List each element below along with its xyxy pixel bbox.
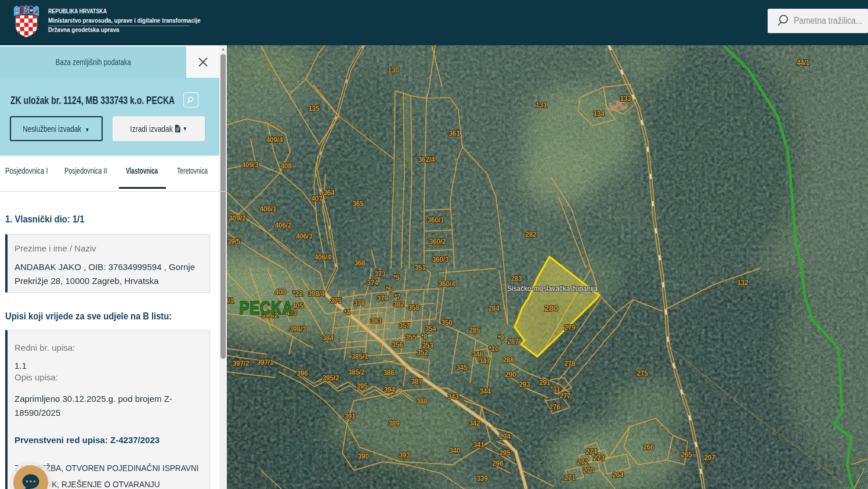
svg-text:39/5: 39/5 [227, 238, 241, 246]
svg-text:385/1: 385/1 [352, 353, 368, 361]
svg-text:342: 342 [469, 419, 480, 427]
svg-text:406/4: 406/4 [314, 253, 331, 261]
svg-text:277: 277 [559, 392, 571, 400]
svg-text:374: 374 [367, 279, 378, 287]
svg-text:264: 264 [612, 471, 624, 479]
svg-text:360/2: 360/2 [429, 238, 446, 246]
svg-text:365: 365 [352, 200, 364, 208]
svg-text:354: 354 [425, 325, 436, 333]
svg-text:296: 296 [492, 459, 504, 468]
svg-text:*22: *22 [292, 290, 303, 298]
svg-text:135: 135 [308, 105, 320, 113]
svg-text:279: 279 [564, 323, 576, 332]
svg-text:361: 361 [449, 130, 460, 138]
svg-text:132: 132 [737, 279, 748, 287]
svg-text:288: 288 [502, 356, 514, 364]
svg-text:275: 275 [636, 369, 648, 377]
svg-text:408: 408 [280, 162, 292, 170]
svg-text:*4: *4 [344, 308, 350, 317]
svg-text:266: 266 [643, 443, 654, 451]
svg-text:Sisačko-moslavačka županija: Sisačko-moslavačka županija [507, 285, 598, 293]
svg-text:409/4: 409/4 [266, 136, 283, 144]
svg-text:131: 131 [536, 101, 547, 109]
svg-text:295: 295 [499, 449, 511, 457]
svg-text:357: 357 [399, 322, 410, 330]
svg-text:364: 364 [323, 189, 335, 197]
svg-text:356: 356 [392, 341, 403, 349]
svg-text:270: 270 [583, 466, 594, 474]
svg-text:345: 345 [456, 364, 468, 372]
svg-text:272: 272 [577, 458, 588, 466]
svg-text:360/1: 360/1 [428, 216, 444, 224]
svg-text:388: 388 [416, 397, 428, 405]
svg-text:360/4: 360/4 [439, 280, 455, 288]
svg-text:409/3: 409/3 [242, 161, 259, 169]
svg-text:285: 285 [469, 326, 480, 335]
svg-text:362/4: 362/4 [418, 156, 435, 164]
svg-text:290: 290 [505, 371, 516, 379]
svg-text:280: 280 [544, 303, 558, 313]
svg-text:406/1: 406/1 [260, 205, 277, 213]
svg-text:373: 373 [374, 270, 386, 278]
svg-text:351: 351 [414, 264, 426, 272]
svg-text:391: 391 [344, 412, 356, 420]
svg-text:134: 134 [593, 110, 605, 118]
svg-text:360/3: 360/3 [432, 256, 449, 264]
svg-text:*11: *11 [551, 385, 560, 393]
svg-text:385/2: 385/2 [348, 368, 365, 376]
svg-text:273: 273 [593, 454, 605, 462]
svg-text:379: 379 [377, 294, 388, 303]
svg-text:378: 378 [353, 299, 365, 307]
svg-text:283: 283 [511, 275, 522, 283]
svg-text:276: 276 [549, 403, 560, 411]
svg-text:398/3: 398/3 [290, 325, 306, 333]
svg-text:393: 393 [399, 451, 410, 459]
svg-text:*7: *7 [395, 293, 401, 301]
svg-text:284: 284 [488, 304, 500, 312]
svg-text:347: 347 [479, 357, 490, 365]
svg-text:368: 368 [354, 259, 366, 267]
svg-text:406/3: 406/3 [296, 232, 313, 240]
svg-text:395: 395 [356, 382, 368, 390]
svg-text:400: 400 [274, 288, 286, 296]
svg-text:130: 130 [388, 66, 399, 74]
svg-text:293: 293 [519, 380, 530, 389]
svg-text:352: 352 [417, 348, 428, 357]
svg-text:355: 355 [405, 333, 417, 341]
svg-text:133: 133 [620, 95, 631, 103]
svg-text:282: 282 [525, 231, 537, 239]
svg-text:397/2: 397/2 [233, 359, 249, 368]
svg-text:*5: *5 [393, 274, 400, 282]
svg-text:390: 390 [357, 452, 369, 461]
svg-text:341: 341 [473, 441, 484, 449]
svg-text:350: 350 [441, 319, 453, 327]
svg-text:394: 394 [384, 386, 395, 394]
svg-text:383: 383 [370, 317, 382, 325]
svg-text:397/1: 397/1 [257, 358, 274, 366]
svg-text:271: 271 [564, 474, 576, 482]
svg-text:344: 344 [479, 387, 491, 395]
svg-text:382: 382 [393, 300, 404, 308]
svg-text:386: 386 [383, 369, 395, 377]
svg-text:384: 384 [322, 334, 334, 342]
svg-text:343: 343 [447, 393, 459, 401]
svg-text:395/2: 395/2 [323, 374, 339, 382]
svg-text:*9: *9 [498, 334, 504, 342]
svg-text:*8: *8 [421, 333, 428, 341]
svg-text:389: 389 [388, 419, 400, 427]
svg-text:339: 339 [476, 474, 488, 483]
svg-text:PECKA: PECKA [239, 298, 293, 318]
svg-text:358: 358 [408, 304, 419, 312]
svg-text:44/1: 44/1 [797, 59, 810, 67]
svg-text:409/2: 409/2 [229, 214, 246, 222]
svg-text:294: 294 [499, 433, 511, 441]
svg-text:406/2: 406/2 [275, 221, 292, 229]
svg-text:207: 207 [704, 454, 715, 462]
svg-text:375: 375 [330, 297, 342, 305]
svg-text:278: 278 [564, 359, 576, 368]
svg-text:396: 396 [296, 369, 308, 377]
svg-text:265: 265 [681, 451, 692, 459]
svg-text:*10: *10 [489, 345, 499, 353]
svg-text:*6: *6 [386, 285, 392, 293]
svg-text:291: 291 [539, 379, 551, 387]
